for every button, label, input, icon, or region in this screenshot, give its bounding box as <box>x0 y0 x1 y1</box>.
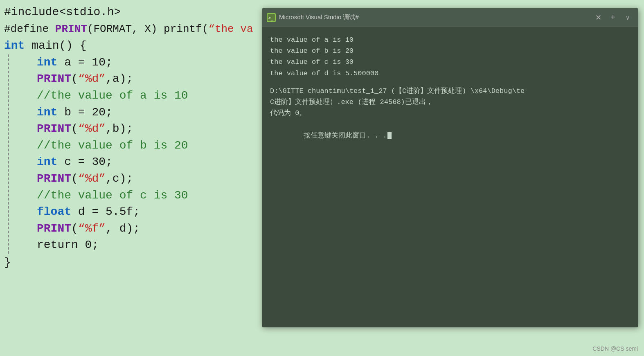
code-line-define: #define PRINT (FORMAT, X) printf( “the v… <box>4 22 254 37</box>
code-block: int a = 10; PRINT ( “%d” ,a); //the valu… <box>4 54 254 254</box>
terminal-path-line-2: C进阶】文件预处理）.exe (进程 24568)已退出， <box>270 97 630 108</box>
code-line-main: int main() { <box>4 38 254 54</box>
terminal-output-line-1: the value of a is 10 <box>270 34 630 45</box>
terminal-empty-line <box>270 79 630 86</box>
code-line-c-decl: int c = 30; <box>14 154 254 171</box>
terminal-title: Microsoft Visual Studio 调试# <box>279 14 589 21</box>
code-line-a-decl: int a = 10; <box>14 54 254 71</box>
code-line-comment-b: //the value of b is 20 <box>14 137 254 154</box>
terminal-body: the value of a is 10 the value of b is 2… <box>262 27 638 327</box>
block-border <box>8 54 9 254</box>
code-editor: #include<stdio.h> #define PRINT (FORMAT,… <box>0 0 254 356</box>
terminal-output-line-2: the value of b is 20 <box>270 45 630 56</box>
terminal-output-line-3: the value of c is 30 <box>270 56 630 68</box>
terminal-dropdown-button[interactable]: ∨ <box>622 12 633 23</box>
code-line-d-decl: float d = 5.5f; <box>14 204 254 221</box>
terminal-path-line-1: D:\GITTE chuantimu\test_1_27 (【C进阶】文件预处理… <box>270 86 630 97</box>
code-line-return: return 0; <box>14 237 254 254</box>
watermark: CSDN @CS semi <box>592 345 638 352</box>
code-line-include: #include<stdio.h> <box>4 4 254 21</box>
terminal-wrapper: >_ Microsoft Visual Studio 调试# ✕ + ∨ the… <box>254 0 644 356</box>
terminal-cursor <box>387 132 392 139</box>
code-line-print-b: PRINT ( “%d” ,b); <box>14 121 254 137</box>
terminal-close-button[interactable]: ✕ <box>592 12 604 23</box>
code-line-comment-c: //the value of c is 30 <box>14 187 254 204</box>
terminal-window: >_ Microsoft Visual Studio 调试# ✕ + ∨ the… <box>262 8 638 327</box>
terminal-output-line-4: the value of d is 5.500000 <box>270 68 630 79</box>
code-line-comment-a: //the value of a is 10 <box>14 88 254 104</box>
terminal-titlebar: >_ Microsoft Visual Studio 调试# ✕ + ∨ <box>262 8 638 27</box>
code-line-print-a: PRINT ( “%d” ,a); <box>14 71 254 88</box>
terminal-add-button[interactable]: + <box>607 12 619 23</box>
code-line-close-brace: } <box>4 255 254 271</box>
terminal-path-line-3: 代码为 0。 <box>270 108 630 119</box>
code-line-b-decl: int b = 20; <box>14 104 254 121</box>
svg-text:>_: >_ <box>268 16 274 20</box>
terminal-path-line-4: 按任意键关闭此窗口. . . <box>270 119 630 152</box>
code-line-print-d: PRINT ( “%f” , d); <box>14 221 254 237</box>
code-line-print-c: PRINT ( “%d” ,c); <box>14 171 254 187</box>
terminal-app-icon: >_ <box>267 13 276 22</box>
